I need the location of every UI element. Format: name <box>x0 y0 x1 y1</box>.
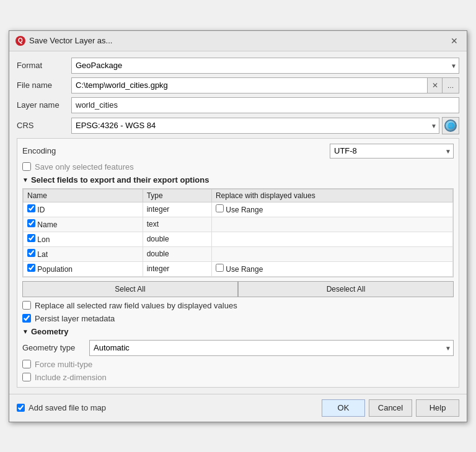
force-multi-label: Force multi-type <box>35 360 92 369</box>
dialog-body: Format GeoPackage ▼ File name ✕ … Layer … <box>9 51 467 394</box>
replace-raw-row: Replace all selected raw field values by… <box>22 301 454 310</box>
row-check-name: Name <box>24 217 143 232</box>
format-select-wrapper: GeoPackage ▼ <box>71 58 459 74</box>
add-to-map-label: Add saved file to map <box>29 403 106 412</box>
file-browse-button[interactable]: … <box>442 77 459 93</box>
fields-table-container: Name Type Replace with displayed values … <box>22 188 454 277</box>
table-row: Population integer Use Range <box>24 261 453 276</box>
help-button[interactable]: Help <box>416 399 459 417</box>
deselect-all-button[interactable]: Deselect All <box>238 281 454 297</box>
format-select[interactable]: GeoPackage <box>71 58 459 74</box>
geometry-type-label: Geometry type <box>22 343 84 352</box>
row-type-name: text <box>143 217 211 232</box>
geometry-section-label: Geometry <box>31 327 69 336</box>
row-replace-name <box>211 217 452 232</box>
row-check-name-field[interactable] <box>27 219 35 227</box>
filename-label: File name <box>17 80 66 90</box>
add-to-map-checkbox[interactable] <box>17 404 25 412</box>
select-all-button[interactable]: Select All <box>22 281 238 297</box>
geometry-type-row: Geometry type Automatic ▼ <box>22 340 454 356</box>
globe-icon: 🌐 <box>444 120 457 132</box>
crs-select-wrapper: EPSG:4326 - WGS 84 ▼ <box>71 118 439 134</box>
cancel-button[interactable]: Cancel <box>369 399 412 417</box>
row-replace-population: Use Range <box>211 261 452 276</box>
row-replace-lat <box>211 246 452 261</box>
save-selected-label: Save only selected features <box>35 162 134 172</box>
force-multi-row: Force multi-type <box>22 360 454 369</box>
title-bar: Q Save Vector Layer as... ✕ <box>9 31 467 51</box>
row-type-population: integer <box>143 261 211 276</box>
geometry-select-wrapper: Automatic ▼ <box>89 340 454 356</box>
row-replace-lon <box>211 232 452 246</box>
row-type-id: integer <box>143 202 211 217</box>
scrollable-options: Encoding UTF-8 ▼ Save only selected feat… <box>17 138 459 388</box>
col-header-name: Name <box>24 189 143 202</box>
encoding-select-wrapper: UTF-8 ▼ <box>330 144 454 159</box>
replace-raw-label: Replace all selected raw field values by… <box>35 301 237 310</box>
footer-checkbox-area: Add saved file to map <box>17 403 315 412</box>
include-z-row: Include z-dimension <box>22 373 454 382</box>
fields-section-header[interactable]: ▼ Select fields to export and their expo… <box>22 175 454 185</box>
layername-row: Layer name <box>17 97 459 113</box>
include-z-label: Include z-dimension <box>35 373 107 382</box>
col-header-type: Type <box>143 189 211 202</box>
table-row: Lat double <box>24 246 453 261</box>
geometry-type-select[interactable]: Automatic <box>89 340 454 356</box>
row-replace-id: Use Range <box>211 202 452 217</box>
row-type-lon: double <box>143 232 211 246</box>
replace-raw-checkbox[interactable] <box>22 301 31 310</box>
table-row: Lon double <box>24 232 453 246</box>
row-check-id[interactable] <box>27 204 35 212</box>
row-check-population[interactable] <box>27 264 35 272</box>
filename-input[interactable] <box>71 77 427 93</box>
layername-label: Layer name <box>17 100 66 110</box>
crs-row: CRS EPSG:4326 - WGS 84 ▼ 🌐 <box>17 117 459 134</box>
row-check-name: ID <box>24 202 143 217</box>
footer-buttons: OK Cancel Help <box>322 399 459 417</box>
crs-input-group: EPSG:4326 - WGS 84 ▼ 🌐 <box>71 117 459 134</box>
file-input-group: ✕ … <box>71 77 459 93</box>
force-multi-checkbox[interactable] <box>22 360 31 368</box>
crs-globe-button[interactable]: 🌐 <box>442 117 459 134</box>
dialog-footer: Add saved file to map OK Cancel Help <box>9 394 467 422</box>
geometry-section-header[interactable]: ▼ Geometry <box>22 327 454 336</box>
dialog-title: Save Vector Layer as... <box>29 36 112 45</box>
format-label: Format <box>17 61 66 70</box>
encoding-row: Encoding UTF-8 ▼ <box>22 144 454 159</box>
save-selected-checkbox[interactable] <box>22 162 31 171</box>
fields-collapse-icon: ▼ <box>22 176 29 183</box>
filename-row: File name ✕ … <box>17 77 459 93</box>
close-button[interactable]: ✕ <box>448 35 461 47</box>
crs-select[interactable]: EPSG:4326 - WGS 84 <box>71 118 439 134</box>
encoding-select[interactable]: UTF-8 <box>330 144 454 159</box>
table-buttons-row: Select All Deselect All <box>22 281 454 297</box>
row-check-lat[interactable] <box>27 249 35 257</box>
persist-metadata-row: Persist layer metadata <box>22 314 454 323</box>
ok-button[interactable]: OK <box>322 399 365 417</box>
use-range-id[interactable] <box>216 204 224 212</box>
table-row: ID integer Use Range <box>24 202 453 217</box>
row-check-population: Population <box>24 261 143 276</box>
col-header-replace: Replace with displayed values <box>211 189 452 202</box>
persist-metadata-label: Persist layer metadata <box>35 314 115 323</box>
row-check-lat: Lat <box>24 246 143 261</box>
geometry-collapse-icon: ▼ <box>22 328 29 335</box>
use-range-population[interactable] <box>216 264 224 272</box>
save-vector-dialog: Q Save Vector Layer as... ✕ Format GeoPa… <box>9 30 467 422</box>
crs-label: CRS <box>17 121 66 130</box>
persist-metadata-checkbox[interactable] <box>22 314 31 323</box>
fields-table-scroll: Name Type Replace with displayed values … <box>23 189 453 277</box>
layername-input[interactable] <box>71 97 459 113</box>
row-check-lon: Lon <box>24 232 143 246</box>
fields-section-label: Select fields to export and their export… <box>31 175 209 185</box>
encoding-label: Encoding <box>22 146 56 155</box>
row-check-lon[interactable] <box>27 234 35 242</box>
fields-table: Name Type Replace with displayed values … <box>23 189 453 277</box>
row-type-lat: double <box>143 246 211 261</box>
save-selected-row: Save only selected features <box>22 162 454 172</box>
file-clear-button[interactable]: ✕ <box>427 77 442 93</box>
app-icon: Q <box>15 36 25 46</box>
title-bar-left: Q Save Vector Layer as... <box>15 36 112 46</box>
format-row: Format GeoPackage ▼ <box>17 58 459 74</box>
include-z-checkbox[interactable] <box>22 373 31 381</box>
